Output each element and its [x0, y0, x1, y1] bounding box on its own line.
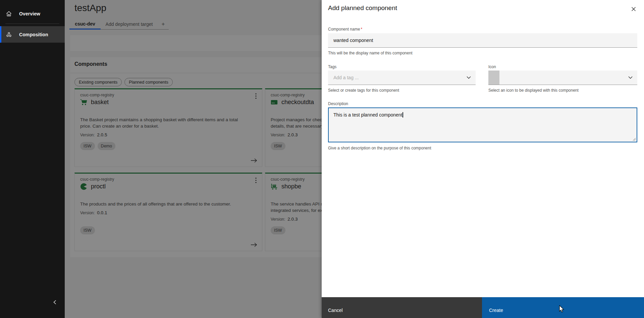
icon-preview-swatch [488, 71, 499, 85]
close-panel-button[interactable] [629, 4, 638, 14]
chevron-down-icon [628, 76, 633, 79]
panel-footer: Cancel Create [322, 297, 644, 318]
sidebar-divider [5, 24, 59, 24]
add-planned-component-panel: Add planned component Component name* Th… [322, 0, 644, 318]
icon-helper: Select an icon to be displayed with this… [488, 88, 579, 93]
description-helper: Give a short description on the purpose … [328, 146, 431, 150]
home-icon [6, 11, 12, 17]
sidebar-item-label: Composition [19, 32, 48, 37]
assembly-icon [6, 32, 12, 37]
resize-grip-icon[interactable] [633, 138, 636, 141]
tags-placeholder: Add a tag ... [333, 75, 359, 80]
tags-combobox[interactable]: Add a tag ... [328, 71, 476, 85]
close-icon [631, 7, 636, 11]
icon-label: Icon [488, 64, 496, 69]
text-caret [402, 112, 403, 118]
tags-label: Tags [328, 64, 336, 69]
sidebar-item-overview[interactable]: Overview [0, 6, 65, 21]
create-button[interactable]: Create [482, 297, 644, 318]
app-screen: Overview Composition testApp c [0, 0, 644, 318]
component-name-label: Component name* [328, 27, 362, 32]
chevron-down-icon [467, 76, 471, 79]
chevron-left-icon [52, 299, 58, 306]
sidebar: Overview Composition [0, 0, 65, 318]
icon-dropdown[interactable] [488, 71, 637, 85]
sidebar-item-label: Overview [19, 11, 40, 16]
sidebar-collapse-button[interactable] [50, 297, 60, 308]
panel-title: Add planned component [328, 4, 397, 12]
required-marker: * [361, 27, 362, 32]
sidebar-item-composition[interactable]: Composition [0, 26, 65, 43]
description-textarea[interactable]: This is a test planned component [328, 107, 637, 142]
description-value: This is a test planned component [333, 112, 402, 118]
component-name-helper: This will be the display name of this co… [328, 51, 412, 55]
cancel-button[interactable]: Cancel [322, 297, 482, 318]
tags-helper: Select or create tags for this component [328, 88, 399, 93]
component-name-input[interactable] [328, 33, 637, 48]
description-label: Description [328, 101, 348, 106]
